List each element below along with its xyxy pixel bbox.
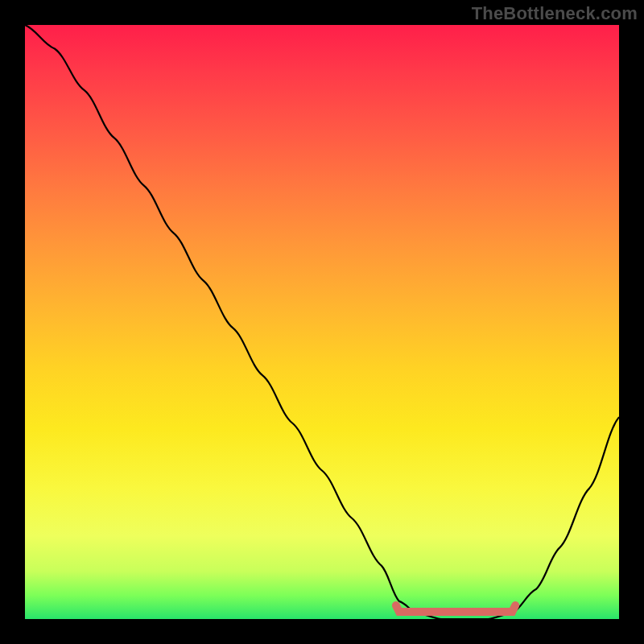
plot-area [25,25,619,619]
chart-frame: TheBottleneck.com [0,0,644,644]
watermark-text: TheBottleneck.com [472,3,638,24]
curve-group [25,25,619,619]
chart-svg [25,25,619,619]
optimal-region-marker [396,605,515,612]
bottleneck-curve-line [25,25,619,619]
